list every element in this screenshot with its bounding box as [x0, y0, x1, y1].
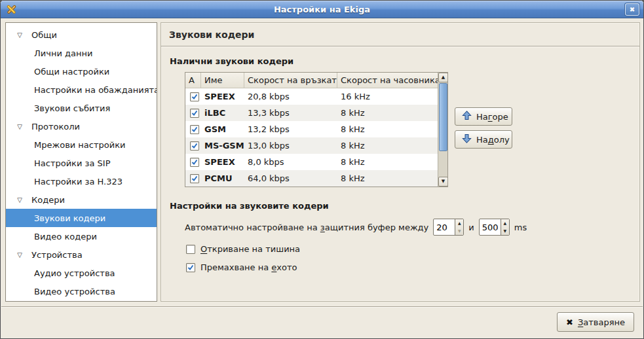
sidebar-item-general-settings[interactable]: Общи настройки: [6, 62, 157, 80]
close-x-icon: ✖: [630, 6, 635, 13]
table-row[interactable]: SPEEX 8,0 kbps 8 kHz: [185, 154, 438, 170]
separator: [161, 46, 639, 47]
column-header-bitrate[interactable]: Скорост на връзката: [244, 73, 337, 88]
close-x-icon: ✖: [566, 317, 573, 327]
codec-bitrate: 8,0 kbps: [244, 157, 337, 167]
codec-enabled-checkbox[interactable]: [190, 125, 199, 134]
sidebar-item-personal-data[interactable]: Лични данни: [6, 44, 157, 62]
tree-label: Лични данни: [34, 48, 92, 58]
tree-label: Общи: [31, 30, 57, 40]
sidebar-item-video-devices[interactable]: Видео устройства: [6, 282, 157, 300]
sidebar-item-sound-events[interactable]: Звукови събития: [6, 99, 157, 117]
scrollbar-thumb[interactable]: [439, 83, 447, 151]
sidebar-item-network-settings[interactable]: Мрежови настройки: [6, 135, 157, 154]
scroll-down-icon[interactable]: ▼: [438, 177, 448, 187]
expander-icon[interactable]: ▽: [15, 31, 24, 39]
footer-separator: [1, 306, 643, 308]
table-row[interactable]: iLBC 13,3 kbps 8 kHz: [185, 105, 438, 121]
silence-detection-label: Откриване на тишина: [200, 244, 300, 254]
jitter-max-input[interactable]: [480, 219, 501, 235]
tools-icon: [5, 3, 18, 16]
column-header-name[interactable]: Име: [201, 73, 244, 88]
codec-name: iLBC: [201, 108, 244, 118]
jitter-max-spinner[interactable]: ▲▼: [479, 219, 510, 236]
echo-cancellation-checkbox[interactable]: [186, 263, 195, 272]
codec-name: SPEEX: [201, 157, 244, 167]
column-header-clockrate[interactable]: Скорост на часовника: [337, 73, 438, 88]
sidebar-item-audio-codecs[interactable]: Звукови кодери: [6, 209, 157, 227]
tree-label: Аудио устройства: [34, 268, 115, 278]
close-button[interactable]: ✖ Затваряне: [557, 312, 634, 332]
titlebar[interactable]: Настройки на Ekiga ✖: [1, 1, 643, 18]
tree-label: Звукови кодери: [34, 213, 105, 223]
spin-down-icon: ▼: [455, 227, 463, 235]
spin-up-icon: ▲: [455, 219, 463, 227]
sidebar-item-protocols[interactable]: ▽ Протоколи: [6, 117, 157, 135]
tree-label: Мрежови настройки: [34, 140, 126, 150]
column-header-active[interactable]: A: [185, 73, 201, 88]
codec-clockrate: 8 kHz: [337, 124, 438, 134]
table-row[interactable]: GSM 13,2 kbps 8 kHz: [185, 121, 438, 137]
codec-name: SPEEX: [201, 92, 244, 101]
codec-clockrate: 8 kHz: [337, 157, 438, 167]
scroll-up-icon[interactable]: ▲: [438, 73, 448, 82]
codec-clockrate: 8 kHz: [337, 173, 438, 183]
move-up-button[interactable]: Нагоре: [455, 107, 512, 126]
jitter-min-input[interactable]: [434, 219, 455, 235]
codec-clockrate: 8 kHz: [337, 141, 438, 151]
silence-detection-checkbox[interactable]: [186, 245, 195, 254]
table-row[interactable]: PCMU 64,0 kbps 8 kHz: [185, 170, 438, 187]
codec-bitrate: 13,3 kbps: [244, 108, 337, 118]
tree-label: Видео устройства: [34, 287, 115, 296]
codec-name: MS-GSM: [201, 141, 244, 151]
expander-icon[interactable]: ▽: [15, 196, 24, 204]
sidebar-item-video-codecs[interactable]: Видео кодери: [6, 227, 157, 245]
tree-label: Настройки на обажданията: [34, 85, 157, 95]
vertical-scrollbar[interactable]: ▲ ▼: [438, 73, 447, 187]
page-title: Звукови кодери: [169, 29, 632, 40]
tree-label: Протоколи: [31, 122, 80, 132]
button-label: Надолу: [476, 135, 510, 145]
tree-label: Настройки за SIP: [34, 158, 111, 168]
move-down-button[interactable]: Надолу: [455, 130, 512, 149]
codec-enabled-checkbox[interactable]: [190, 174, 199, 183]
main-panel: Звукови кодери Налични звукови кодери A …: [161, 22, 640, 302]
sidebar-item-general[interactable]: ▽ Общи: [6, 26, 157, 44]
table-row[interactable]: SPEEX 20,8 kbps 16 kHz: [185, 88, 438, 105]
jitter-min-spinner[interactable]: ▲▼: [433, 219, 464, 236]
tree-label: Звукови събития: [34, 103, 110, 113]
window-title: Настройки на Ekiga: [1, 5, 643, 14]
tree-label: Настройки за H.323: [34, 177, 123, 187]
expander-icon[interactable]: ▽: [15, 251, 24, 259]
unit-label: ms: [514, 223, 527, 232]
echo-cancellation-label: Премахване на ехото: [200, 262, 297, 272]
spinner-arrows[interactable]: ▲▼: [455, 219, 463, 235]
codec-enabled-checkbox[interactable]: [190, 109, 199, 118]
button-label: Нагоре: [476, 112, 508, 122]
codec-enabled-checkbox[interactable]: [190, 158, 199, 167]
table-row[interactable]: MS-GSM 13,0 kbps 8 kHz: [185, 137, 438, 154]
codec-clockrate: 16 kHz: [337, 92, 438, 101]
sidebar-item-h323-settings[interactable]: Настройки за H.323: [6, 172, 157, 190]
codec-name: PCMU: [201, 173, 244, 183]
section-available-codecs: Налични звукови кодери: [170, 56, 639, 66]
conjunction-label: и: [468, 223, 474, 232]
sidebar-item-call-options[interactable]: Настройки на обажданията: [6, 80, 157, 99]
codec-name: GSM: [201, 124, 244, 134]
tree-label: Видео кодери: [34, 232, 97, 241]
spinner-arrows[interactable]: ▲▼: [501, 219, 509, 235]
tree-label: Кодери: [31, 195, 65, 205]
codec-enabled-checkbox[interactable]: [190, 141, 199, 151]
expander-icon[interactable]: ▽: [15, 123, 24, 130]
codec-enabled-checkbox[interactable]: [190, 92, 199, 101]
sidebar-item-devices[interactable]: ▽ Устройства: [6, 245, 157, 264]
sidebar-item-codecs[interactable]: ▽ Кодери: [6, 190, 157, 209]
tree-label: Устройства: [31, 250, 83, 260]
sidebar-item-audio-devices[interactable]: Аудио устройства: [6, 264, 157, 282]
spin-up-icon: ▲: [501, 219, 509, 227]
echo-cancellation-row[interactable]: Премахване на ехото: [186, 262, 639, 272]
silence-detection-row[interactable]: Откриване на тишина: [186, 244, 639, 254]
window-close-button[interactable]: ✖: [625, 3, 639, 16]
sidebar-item-sip-settings[interactable]: Настройки за SIP: [6, 154, 157, 172]
arrow-down-icon: [462, 134, 472, 145]
